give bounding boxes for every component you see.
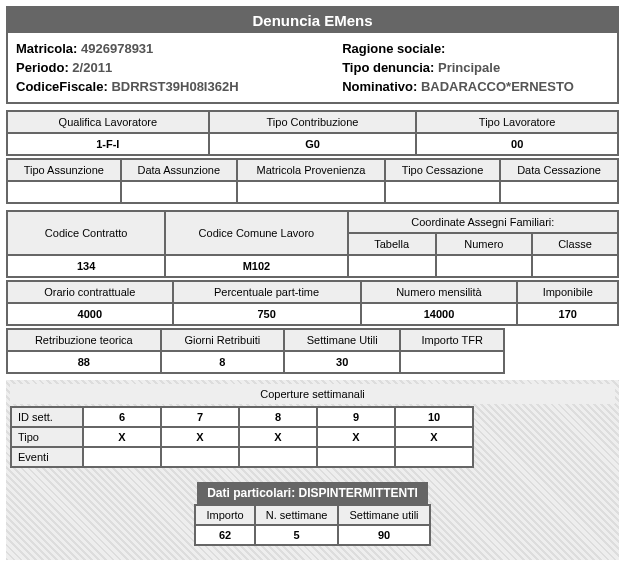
dp-v0: 62: [196, 526, 253, 544]
idsett-4: 10: [396, 408, 472, 426]
val-cf: BDRRST39H08I362H: [111, 79, 238, 94]
hdr-perc-pt: Percentuale part-time: [174, 282, 360, 302]
tipo-2: X: [240, 428, 316, 446]
eventi-1: [162, 448, 238, 466]
dp-v2: 90: [339, 526, 428, 544]
dp-h0: Importo: [196, 506, 253, 524]
hdr-classe: Classe: [533, 234, 617, 254]
hdr-data-cess: Data Cessazione: [501, 160, 617, 180]
val-qualifica: 1-F-I: [8, 134, 208, 154]
val-cod-comune: M102: [166, 256, 346, 276]
dp-v1: 5: [256, 526, 338, 544]
eventi-2: [240, 448, 316, 466]
hdr-matr-prov: Matricola Provenienza: [238, 160, 384, 180]
dp-h2: Settimane utili: [339, 506, 428, 524]
val-numero: [437, 256, 531, 276]
idsett-3: 9: [318, 408, 394, 426]
val-data-ass: [122, 182, 236, 202]
hdr-sett-utili: Settimane Utili: [285, 330, 400, 350]
tipo-3: X: [318, 428, 394, 446]
val-imponibile: 170: [518, 304, 617, 324]
idsett-2: 8: [240, 408, 316, 426]
row-eventi: Eventi: [12, 448, 82, 466]
idsett-0: 6: [84, 408, 160, 426]
hdr-data-ass: Data Assunzione: [122, 160, 236, 180]
val-tipo-ass: [8, 182, 120, 202]
hdr-cod-contratto: Codice Contratto: [8, 212, 164, 254]
hdr-tabella: Tabella: [349, 234, 435, 254]
sec-retrib: Retribuzione teorica Giorni Retribuiti S…: [6, 328, 505, 374]
coperture-block: Coperture settimanali ID sett. 6 7 8 9 1…: [6, 380, 619, 560]
val-classe: [533, 256, 617, 276]
hdr-importo-tfr: Importo TFR: [401, 330, 503, 350]
hdr-qualifica: Qualifica Lavoratore: [8, 112, 208, 132]
sec-orario: Orario contrattuale Percentuale part-tim…: [6, 280, 619, 326]
lbl-nominativo: Nominativo:: [342, 79, 417, 94]
hdr-orario: Orario contrattuale: [8, 282, 172, 302]
val-tipo-cess: [386, 182, 499, 202]
lbl-matricola: Matricola:: [16, 41, 77, 56]
val-tipo-lav: 00: [417, 134, 617, 154]
val-nominativo: BADARACCO*ERNESTO: [421, 79, 574, 94]
coperture-table: ID sett. 6 7 8 9 10 Tipo X X X X X Event…: [10, 406, 474, 468]
eventi-4: [396, 448, 472, 466]
hdr-imponibile: Imponibile: [518, 282, 617, 302]
lbl-periodo: Periodo:: [16, 60, 69, 75]
val-cod-contratto: 134: [8, 256, 164, 276]
val-data-cess: [501, 182, 617, 202]
hdr-giorni: Giorni Retribuiti: [162, 330, 283, 350]
sec-qualifica: Qualifica Lavoratore Tipo Contribuzione …: [6, 110, 619, 156]
val-orario: 4000: [8, 304, 172, 324]
lbl-ragione: Ragione sociale:: [342, 41, 445, 56]
tipo-4: X: [396, 428, 472, 446]
eventi-0: [84, 448, 160, 466]
val-tabella: [349, 256, 435, 276]
hdr-tipo-cess: Tipo Cessazione: [386, 160, 499, 180]
hdr-cod-comune: Codice Comune Lavoro: [166, 212, 346, 254]
val-retrib-teor: 88: [8, 352, 160, 372]
hdr-tipo-lav: Tipo Lavoratore: [417, 112, 617, 132]
val-tipo-denuncia: Principale: [438, 60, 500, 75]
sec-assunzione: Tipo Assunzione Data Assunzione Matricol…: [6, 158, 619, 204]
val-matricola: 4926978931: [81, 41, 153, 56]
hdr-coord-assegni: Coordinate Assegni Familiari:: [349, 212, 617, 232]
tipo-1: X: [162, 428, 238, 446]
lbl-tipo-denuncia: Tipo denuncia:: [342, 60, 434, 75]
val-periodo: 2/2011: [72, 60, 112, 75]
hdr-retrib-teor: Retribuzione teorica: [8, 330, 160, 350]
dp-h1: N. settimane: [256, 506, 338, 524]
form-title: Denuncia EMens: [8, 8, 617, 33]
hdr-numero: Numero: [437, 234, 531, 254]
lbl-cf: CodiceFiscale:: [16, 79, 108, 94]
sec-contratto: Codice Contratto Codice Comune Lavoro Co…: [6, 210, 619, 278]
dp-title: Dati particolari: DISPINTERMITTENTI: [197, 482, 428, 504]
dp-table: Importo N. settimane Settimane utili 62 …: [194, 504, 430, 546]
val-perc-pt: 750: [174, 304, 360, 324]
tipo-0: X: [84, 428, 160, 446]
hdr-num-mens: Numero mensilità: [362, 282, 517, 302]
val-sett-utili: 30: [285, 352, 400, 372]
coperture-title: Coperture settimanali: [10, 384, 615, 404]
val-num-mens: 14000: [362, 304, 517, 324]
idsett-1: 7: [162, 408, 238, 426]
hdr-tipo-contrib: Tipo Contribuzione: [210, 112, 416, 132]
eventi-3: [318, 448, 394, 466]
val-matr-prov: [238, 182, 384, 202]
val-tipo-contrib: G0: [210, 134, 416, 154]
val-giorni: 8: [162, 352, 283, 372]
row-tipo: Tipo: [12, 428, 82, 446]
row-idsett: ID sett.: [12, 408, 82, 426]
hdr-tipo-ass: Tipo Assunzione: [8, 160, 120, 180]
header-block: Matricola: 4926978931 Ragione sociale: P…: [8, 33, 617, 102]
val-importo-tfr: [401, 352, 503, 372]
